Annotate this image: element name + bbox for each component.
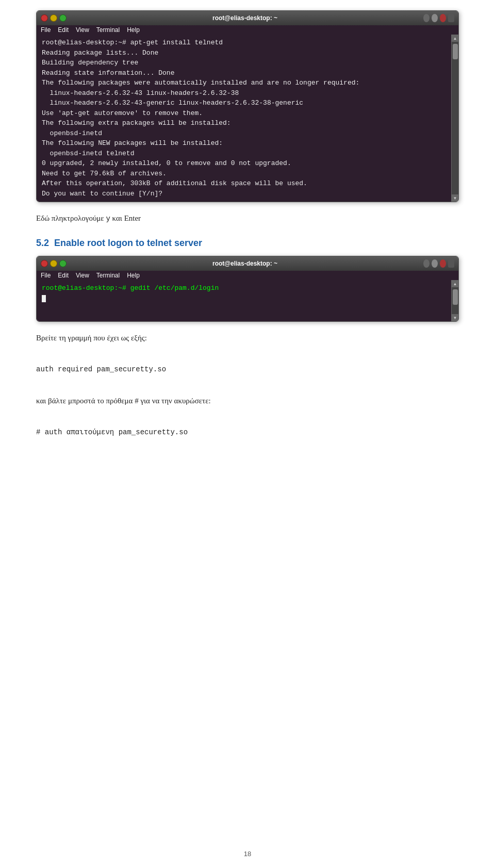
terminal-titlebar-1: root@elias-desktop: ~	[37, 11, 458, 25]
terminal-content-wrap-1: root@elias-desktop:~# apt-get install te…	[37, 35, 458, 202]
title-icon-1	[423, 14, 430, 22]
scroll-up-1[interactable]: ▲	[452, 35, 459, 42]
terminal-window-2: root@elias-desktop: ~ File Edit View Ter…	[36, 256, 459, 322]
prose-inline-code-1: y	[106, 215, 110, 223]
terminal-text-1: root@elias-desktop:~# apt-get install te…	[42, 39, 359, 198]
maximize-button[interactable]	[59, 14, 67, 22]
page-number: 18	[244, 850, 251, 858]
close-button[interactable]	[41, 14, 48, 22]
prose-section-1: Εδώ πληκτρολογούμε y και Enter	[36, 211, 459, 225]
window-controls	[41, 14, 67, 22]
prose2-code2: # auth απαιτούμενη pam_securetty.so	[36, 426, 459, 439]
close-button-2[interactable]	[41, 260, 48, 267]
title-icon-2d	[448, 259, 454, 268]
terminal-window-1: root@elias-desktop: ~ File Edit View Ter…	[36, 10, 459, 202]
scroll-up-2[interactable]: ▲	[452, 280, 459, 287]
terminal-menubar-1: File Edit View Terminal Help	[37, 25, 458, 35]
menu-terminal-1[interactable]: Terminal	[96, 26, 120, 34]
section-number-2: 5.2	[36, 238, 49, 249]
prose2-code1: auth required pam_securetty.so	[36, 363, 459, 376]
title-icon-2a	[423, 259, 430, 268]
menu-view-2[interactable]: View	[76, 272, 89, 279]
prose-text-1: Εδώ πληκτρολογούμε	[36, 214, 106, 222]
scroll-thumb-2[interactable]	[453, 289, 458, 305]
menu-view-1[interactable]: View	[76, 26, 89, 34]
maximize-button-2[interactable]	[59, 260, 67, 267]
menu-help-2[interactable]: Help	[127, 272, 140, 279]
menu-edit-2[interactable]: Edit	[58, 272, 69, 279]
terminal-titlebar-2: root@elias-desktop: ~	[37, 256, 458, 271]
scroll-thumb-1[interactable]	[453, 44, 458, 59]
title-icon-2c	[440, 259, 446, 268]
scroll-down-1[interactable]: ▼	[452, 194, 459, 202]
cursor-2	[42, 295, 46, 302]
title-icon-2	[432, 14, 438, 22]
scroll-down-2[interactable]: ▼	[452, 314, 459, 321]
terminal-scrollbar-2[interactable]: ▲ ▼	[451, 280, 458, 321]
menu-edit-1[interactable]: Edit	[58, 26, 69, 34]
terminal-output-2: root@elias-desktop:~# gedit /etc/pam.d/l…	[37, 280, 451, 321]
terminal-scrollbar-1[interactable]: ▲ ▼	[451, 35, 458, 202]
section-2-heading: 5.2 Enable root logon to telnet server	[36, 238, 459, 249]
menu-terminal-2[interactable]: Terminal	[96, 272, 120, 279]
prose-section-2: Βρείτε τη γραμμή που έχει ως εξής: auth …	[36, 331, 459, 439]
terminal-content-wrap-2: root@elias-desktop:~# gedit /etc/pam.d/l…	[37, 280, 458, 321]
terminal-output-1: root@elias-desktop:~# apt-get install te…	[37, 35, 451, 202]
minimize-button[interactable]	[50, 14, 57, 22]
menu-help-1[interactable]: Help	[127, 26, 140, 34]
terminal-title-2: root@elias-desktop: ~	[70, 260, 420, 267]
section-title-2: Enable root logon to telnet server	[54, 238, 202, 249]
terminal-main-1: root@elias-desktop:~# apt-get install te…	[37, 35, 451, 202]
prose-text-2: και Enter	[110, 214, 141, 222]
terminal-menubar-2: File Edit View Terminal Help	[37, 271, 458, 280]
minimize-button-2[interactable]	[50, 260, 57, 267]
title-icon-3	[440, 14, 446, 22]
page-footer: 18	[0, 850, 495, 858]
prose2-line1: Βρείτε τη γραμμή που έχει ως εξής:	[36, 334, 147, 342]
title-icon-4	[448, 14, 454, 22]
terminal-prompt-2: root@elias-desktop:~# gedit /etc/pam.d/l…	[42, 284, 219, 292]
window-controls-2	[41, 260, 67, 267]
menu-file-1[interactable]: File	[41, 26, 51, 34]
title-icon-2b	[432, 259, 438, 268]
prose2-line2: και βάλτε μπροστά το πρόθεμα # για να τη…	[36, 397, 211, 405]
menu-file-2[interactable]: File	[41, 272, 51, 279]
terminal-main-2: root@elias-desktop:~# gedit /etc/pam.d/l…	[37, 280, 451, 321]
terminal-title-1: root@elias-desktop: ~	[70, 14, 420, 22]
